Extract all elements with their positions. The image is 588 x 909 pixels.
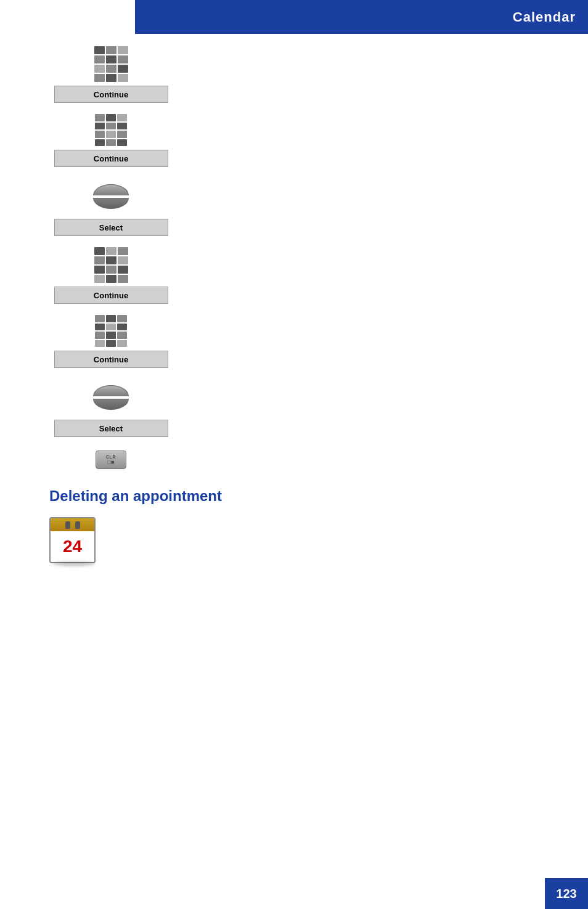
numpad-cell — [95, 131, 105, 138]
continue-button[interactable]: Continue — [54, 351, 168, 368]
list-item: Continue — [49, 46, 173, 103]
numpad-cell — [106, 332, 116, 339]
page-number: 123 — [545, 878, 588, 909]
numpad-cell — [118, 46, 128, 54]
calendar-rings — [65, 521, 80, 529]
numpad-cell — [106, 131, 116, 138]
numpad-cell — [106, 315, 116, 322]
clr-shape: CLR □■ — [96, 450, 126, 469]
lens-arc-top — [93, 184, 129, 195]
numpad-cell — [106, 247, 116, 255]
list-item: Continue — [49, 315, 173, 368]
continue-button[interactable]: Continue — [54, 150, 168, 167]
numpad-cell — [106, 266, 116, 274]
numpad-cell — [95, 315, 105, 322]
calendar-ring — [75, 521, 80, 529]
clr-symbol: □■ — [108, 459, 115, 465]
numpad-cell — [117, 139, 127, 147]
numpad-icon — [95, 315, 127, 347]
numpad-cell — [95, 332, 105, 339]
numpad-cell — [106, 139, 116, 147]
numpad-cell — [106, 46, 116, 54]
numpad-cell — [106, 123, 116, 130]
numpad-cell — [95, 114, 105, 121]
numpad-cell — [117, 315, 127, 322]
numpad-cell — [117, 324, 127, 331]
clr-text: CLR — [106, 455, 116, 459]
numpad-icon — [95, 114, 127, 146]
numpad-cell — [118, 266, 128, 274]
calendar-icon: 24 — [49, 517, 96, 563]
numpad-cell — [94, 65, 105, 73]
numpad-cell — [95, 324, 105, 331]
numpad-cell — [94, 247, 105, 255]
lens-arc-top — [93, 385, 129, 396]
numpad-cell — [118, 275, 128, 283]
section-heading: Deleting an appointment — [49, 487, 588, 505]
numpad-cell — [118, 74, 128, 82]
numpad-cell — [106, 324, 116, 331]
select-button[interactable]: Select — [54, 420, 168, 437]
main-content: Continue Continue Select — [0, 34, 588, 576]
list-item: Select — [49, 379, 173, 437]
list-item: Continue — [49, 114, 173, 167]
lens-icon — [89, 379, 133, 416]
numpad-cell — [95, 123, 105, 130]
numpad-cell — [117, 332, 127, 339]
numpad-cell — [106, 114, 116, 121]
lens-icon — [89, 178, 133, 215]
numpad-cell — [94, 74, 105, 82]
numpad-cell — [117, 340, 127, 348]
numpad-cell — [106, 55, 116, 63]
numpad-cell — [117, 123, 127, 130]
list-item: Continue — [49, 247, 173, 304]
list-item: Select — [49, 178, 173, 236]
list-item: CLR □■ — [49, 448, 173, 475]
numpad-cell — [118, 247, 128, 255]
numpad-cell — [95, 139, 105, 147]
numpad-cell — [106, 65, 116, 73]
numpad-cell — [94, 266, 105, 274]
clr-icon: CLR □■ — [94, 448, 128, 471]
numpad-cell — [94, 275, 105, 283]
calendar-icon-wrapper: 24 — [49, 517, 588, 563]
numpad-cell — [118, 256, 128, 264]
numpad-cell — [118, 65, 128, 73]
numpad-cell — [106, 340, 116, 348]
numpad-cell — [117, 114, 127, 121]
numpad-icon — [94, 247, 128, 283]
continue-button[interactable]: Continue — [54, 287, 168, 304]
calendar-body: 24 — [51, 531, 94, 562]
numpad-cell — [106, 256, 116, 264]
numpad-cell — [95, 340, 105, 348]
numpad-cell — [106, 74, 116, 82]
numpad-cell — [94, 55, 105, 63]
page-header: Calendar — [135, 0, 588, 34]
lens-arc-bottom — [93, 399, 129, 410]
continue-button[interactable]: Continue — [54, 86, 168, 103]
numpad-cell — [118, 55, 128, 63]
calendar-number: 24 — [63, 537, 82, 556]
numpad-cell — [117, 131, 127, 138]
calendar-shadow — [52, 561, 96, 566]
numpad-icon — [94, 46, 128, 82]
numpad-cell — [94, 46, 105, 54]
calendar-top — [51, 518, 94, 531]
calendar-ring — [65, 521, 70, 529]
page-title: Calendar — [513, 9, 576, 25]
select-button[interactable]: Select — [54, 219, 168, 236]
numpad-cell — [94, 256, 105, 264]
numpad-cell — [106, 275, 116, 283]
lens-arc-bottom — [93, 198, 129, 209]
